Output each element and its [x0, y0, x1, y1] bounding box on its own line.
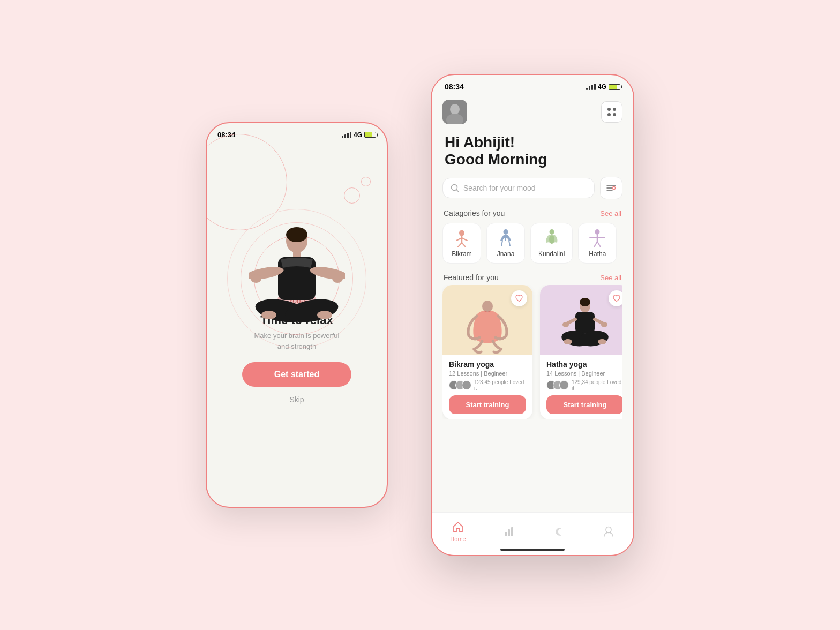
featured-title: Featured for you	[444, 273, 499, 282]
greeting-section: Hi Abhijit! Good Morning	[432, 126, 633, 171]
bikram-avatars	[449, 380, 471, 390]
category-kundalini[interactable]: Kundalini	[530, 223, 573, 264]
svg-point-6	[251, 274, 261, 283]
hatha-people-count: 129,34 people Loved it	[572, 379, 622, 391]
avatar-image	[442, 100, 467, 124]
nav-stats[interactable]	[502, 525, 515, 538]
hatha-avatars	[546, 380, 569, 390]
svg-point-49	[598, 339, 606, 344]
svg-line-25	[458, 243, 462, 247]
svg-point-33	[595, 229, 600, 235]
categories-header: Catagories for you See all	[432, 205, 633, 221]
bikram-icon	[451, 229, 472, 247]
bikram-start-training-button[interactable]: Start training	[449, 395, 526, 414]
svg-line-16	[456, 190, 459, 192]
svg-point-48	[564, 339, 572, 344]
grid-dot-2	[613, 108, 616, 111]
featured-see-all[interactable]: See all	[600, 274, 621, 282]
svg-point-32	[549, 235, 554, 244]
svg-rect-51	[508, 529, 510, 536]
bikram-card-people: 123,45 people Loved it	[449, 379, 526, 391]
kundalini-svg	[541, 229, 562, 247]
featured-scroll: Bikram yoga 12 Lessons | Begineer 123,45…	[442, 285, 622, 419]
right-signal	[586, 84, 596, 90]
jnana-icon	[495, 229, 516, 247]
left-signal	[342, 132, 351, 138]
left-status-right: 4G	[342, 131, 376, 139]
svg-point-45	[601, 322, 608, 327]
stats-svg	[503, 526, 515, 537]
svg-point-44	[562, 322, 569, 327]
svg-point-13	[450, 104, 460, 115]
svg-point-1	[286, 227, 308, 242]
featured-header: Featured for you See all	[432, 269, 633, 285]
hatha-card-image	[540, 285, 622, 355]
hatha-card-body: Hatha yoga 14 Lessons | Begineer 129,34 …	[540, 355, 622, 419]
deco-circle-small-1	[344, 188, 360, 204]
hatha-card-meta: 14 Lessons | Begineer	[546, 370, 622, 377]
svg-rect-41	[575, 312, 595, 333]
home-indicator	[500, 549, 565, 551]
grid-dot-1	[608, 108, 611, 111]
hatha-start-training-button[interactable]: Start training	[546, 395, 622, 414]
right-header	[432, 95, 633, 126]
hatha-card-title: Hatha yoga	[546, 360, 622, 369]
nav-home-label: Home	[450, 536, 466, 542]
svg-rect-50	[505, 532, 507, 536]
profile-icon	[602, 525, 615, 538]
skip-link[interactable]: Skip	[289, 395, 304, 404]
bikram-pose-figure	[455, 296, 520, 355]
svg-line-36	[594, 242, 597, 247]
bikram-heart-button[interactable]	[511, 290, 527, 306]
sleep-svg	[553, 526, 565, 537]
kundalini-label: Kundalini	[538, 250, 565, 258]
category-hatha[interactable]: Hatha	[578, 223, 617, 264]
featured-section: Bikram yoga 12 Lessons | Begineer 123,45…	[432, 285, 633, 419]
category-jnana[interactable]: Jnana	[486, 223, 525, 264]
nav-home[interactable]: Home	[450, 521, 466, 542]
bikram-label: Bikram	[452, 250, 471, 258]
jnana-label: Jnana	[497, 250, 515, 258]
right-network: 4G	[598, 83, 606, 91]
right-battery	[609, 84, 620, 90]
category-bikram[interactable]: Bikram	[442, 223, 481, 264]
hatha-icon	[587, 229, 608, 247]
svg-line-29	[501, 241, 502, 246]
svg-line-23	[456, 238, 462, 241]
stats-icon	[502, 525, 515, 538]
hatha-svg	[587, 229, 608, 247]
svg-rect-52	[511, 527, 513, 536]
filter-button[interactable]	[600, 177, 622, 199]
nav-sleep[interactable]	[552, 525, 565, 538]
bikram-card-title: Bikram yoga	[449, 360, 526, 369]
scene: 08:34 4G	[0, 0, 840, 630]
greeting-line2: Good Morning	[445, 151, 620, 168]
yoga-figure-left	[243, 220, 350, 343]
bikram-svg	[451, 229, 472, 247]
categories-see-all[interactable]: See all	[600, 209, 621, 218]
svg-point-20	[613, 187, 616, 190]
svg-point-31	[549, 229, 554, 235]
svg-point-40	[580, 298, 590, 306]
categories-title: Catagories for you	[444, 209, 505, 218]
svg-point-11	[317, 311, 332, 319]
svg-point-27	[504, 229, 508, 235]
search-bar[interactable]: Search for your mood	[442, 178, 595, 198]
svg-point-53	[606, 527, 611, 532]
filter-icon	[606, 184, 617, 192]
grid-menu-button[interactable]	[601, 101, 622, 123]
hatha-card-people: 129,34 people Loved it	[546, 379, 622, 391]
right-status-right: 4G	[586, 83, 620, 91]
deco-circle-small-2	[361, 177, 371, 186]
kundalini-icon	[541, 229, 562, 247]
nav-profile[interactable]	[602, 525, 615, 538]
bikram-card-image	[442, 285, 532, 355]
hatha-heart-button[interactable]	[609, 290, 622, 306]
svg-point-38	[482, 301, 493, 312]
yoga-illustration	[249, 225, 345, 343]
user-avatar[interactable]	[442, 100, 467, 124]
get-started-button[interactable]: Get started	[242, 362, 351, 387]
grid-dot-4	[613, 113, 616, 116]
jnana-svg	[495, 229, 516, 247]
bikram-card-meta: 12 Lessons | Begineer	[449, 370, 526, 377]
